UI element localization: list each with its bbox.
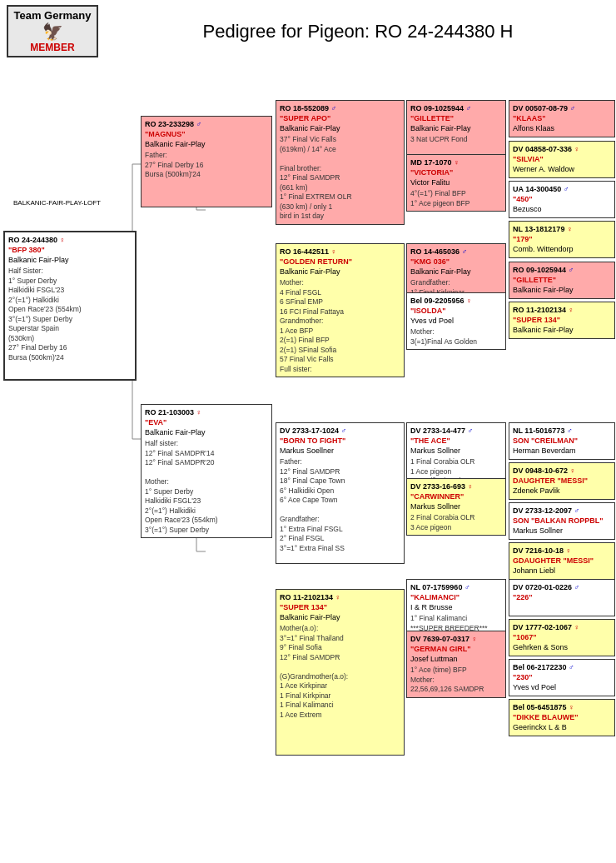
magnus-info: Father: 27° Final Derby 16 Bursa (500km)… bbox=[145, 151, 268, 179]
card-golden-return: RO 16-442511 ♀ "GOLDEN RETURN" Balkanic … bbox=[276, 243, 405, 377]
super134-left-info: Mother(a.o): 3°=1° Final Thailand 9° Fin… bbox=[280, 624, 400, 720]
dikke-blauwe-name: "DIKKE BLAUWE" bbox=[513, 712, 611, 722]
golden-return-loft: Balkanic Fair-Play bbox=[280, 267, 400, 277]
gillette-right-name: "GILLETTE" bbox=[513, 275, 611, 285]
kalimanci-loft: I & R Brusse bbox=[410, 602, 502, 612]
card-son-creilman: NL 11-5016773 ♂ SON "CREILMAN" Herman Be… bbox=[509, 422, 615, 460]
silvia-loft: Werner A. Waldow bbox=[513, 164, 611, 174]
card-silvia: DV 04858-07-336 ♀ "SILVIA" Werner A. Wal… bbox=[509, 141, 615, 178]
dikke-blauwe-loft: Geerinckx L & B bbox=[513, 722, 611, 732]
eva-name: "EVA" bbox=[145, 417, 268, 427]
card-eva: RO 21-103003 ♀ "EVA" Balkanic Fair-Play … bbox=[141, 404, 272, 538]
gdaughter-messi-id: DV 7216-10-18 ♀ bbox=[513, 546, 611, 556]
born-to-fight-info: Father: 12° Final SAMDPR 18° Final Cape … bbox=[280, 457, 400, 553]
son-creilman-loft: Herman Beverdam bbox=[513, 446, 611, 456]
card-super-apo: RO 18-552089 ♂ "SUPER APO" Balkanic Fair… bbox=[276, 100, 405, 225]
card-carwinner: DV 2733-16-693 ♀ "CARWINNER" Markus Soll… bbox=[406, 478, 506, 536]
card-born-to-fight: DV 2733-17-1024 ♂ "BORN TO FIGHT" Markus… bbox=[276, 422, 405, 564]
victoria-id: MD 17-1070 ♀ bbox=[410, 157, 502, 167]
son-creilman-id: NL 11-5016773 ♂ bbox=[513, 426, 611, 436]
victoria-info: 4°(=1°) Final BFP 1° Ace pigeon BFP bbox=[410, 189, 502, 208]
super134-left-name: "SUPER 134" bbox=[280, 602, 400, 612]
kmg036-id: RO 14-465036 ♂ bbox=[410, 247, 502, 257]
eva-loft: Balkanic Fair-Play bbox=[145, 427, 268, 437]
carwinner-info: 2 Final Corabia OLR 3 Ace pigeon bbox=[410, 513, 502, 532]
card-v230: Bel 06-2172230 ♂ "230" Yves vd Poel bbox=[509, 659, 615, 696]
eva-info: Half sister: 12° Final SAMDPR'14 12° Fin… bbox=[145, 439, 268, 535]
isolda-name: "ISOLDA" bbox=[410, 306, 502, 316]
v230-loft: Yves vd Poel bbox=[513, 682, 611, 692]
son-balkan-name: SON "BALKAN ROPPBL" bbox=[513, 516, 611, 526]
super-apo-loft: Balkanic Fair-Play bbox=[280, 123, 400, 133]
magnus-id: RO 23-233298 ♂ bbox=[145, 119, 268, 129]
page-title: Pedigree for Pigeon: RO 24-244380 H bbox=[107, 21, 609, 42]
v230-name: "230" bbox=[513, 672, 611, 682]
german-girl-id: DV 7639-07-0317 ♀ bbox=[410, 634, 502, 644]
card-v450: UA 14-300450 ♂ "450" Bezusco bbox=[509, 181, 615, 218]
carwinner-loft: Markus Sollner bbox=[410, 501, 502, 511]
card-son-balkan: DV 2733-12-2097 ♂ SON "BALKAN ROPPBL" Ma… bbox=[509, 502, 615, 540]
card-german-girl: DV 7639-07-0317 ♀ "GERMAN GIRL" Josef Lu… bbox=[406, 631, 506, 698]
main-name: "BFP 380" bbox=[8, 245, 132, 255]
german-girl-loft: Josef Luttman bbox=[410, 654, 502, 664]
german-girl-info: 1° Ace (time) BFP Mother: 22,56,69,126 S… bbox=[410, 666, 502, 694]
v450-loft: Bezusco bbox=[513, 204, 611, 214]
super134-right-loft: Balkanic Fair-Play bbox=[513, 325, 611, 335]
gillette-right-id: RO 09-1025944 ♂ bbox=[513, 265, 611, 275]
isolda-id: Bel 09-2205956 ♀ bbox=[410, 296, 502, 306]
v179-name: "179" bbox=[513, 234, 611, 244]
gillette-top-name: "GILLETTE" bbox=[410, 113, 502, 123]
son-balkan-loft: Markus Sollner bbox=[513, 526, 611, 536]
card-v226: DV 0720-01-0226 ♂ "226" bbox=[509, 579, 615, 616]
golden-return-name: "GOLDEN RETURN" bbox=[280, 257, 400, 267]
card-victoria: MD 17-1070 ♀ "VICTORIA" Victor Falitu 4°… bbox=[406, 154, 506, 212]
v179-id: NL 13-1812179 ♀ bbox=[513, 224, 611, 234]
page: Team Germany 🦅 MEMBER Pedigree for Pigeo… bbox=[0, 0, 616, 863]
born-to-fight-name: "BORN TO FIGHT" bbox=[280, 436, 400, 446]
victoria-loft: Victor Falitu bbox=[410, 177, 502, 187]
son-creilman-name: SON "CREILMAN" bbox=[513, 436, 611, 446]
v226-id: DV 0720-01-0226 ♂ bbox=[513, 582, 611, 592]
card-v1067: DV 1777-02-1067 ♀ "1067" Gehrken & Sons bbox=[509, 619, 615, 656]
gdaughter-messi-name: GDAUGHTER "MESSI" bbox=[513, 556, 611, 566]
card-gillette-right: RO 09-1025944 ♂ "GILLETTE" Balkanic Fair… bbox=[509, 262, 615, 299]
daughter-messi-name: DAUGHTER "MESSI" bbox=[513, 476, 611, 486]
gillette-top-loft: Balkanic Fair-Play bbox=[410, 123, 502, 133]
card-gdaughter-messi: DV 7216-10-18 ♀ GDAUGHTER "MESSI" Johann… bbox=[509, 542, 615, 580]
golden-return-info: Mother: 4 Final FSGL 6 SFinal EMP 16 FCI… bbox=[280, 278, 400, 374]
badge-title: Team Germany bbox=[13, 9, 92, 22]
german-girl-name: "GERMAN GIRL" bbox=[410, 644, 502, 654]
klaas-id: DV 00507-08-79 ♂ bbox=[513, 103, 611, 113]
dikke-blauwe-id: Bel 05-6451875 ♀ bbox=[513, 702, 611, 712]
son-balkan-id: DV 2733-12-2097 ♂ bbox=[513, 506, 611, 516]
silvia-name: "SILVIA" bbox=[513, 154, 611, 164]
daughter-messi-id: DV 0948-10-672 ♀ bbox=[513, 466, 611, 476]
isolda-info: Mother: 3(=1)Final As Golden bbox=[410, 327, 502, 347]
eva-id: RO 21-103003 ♀ bbox=[145, 407, 268, 417]
super134-right-id: RO 11-2102134 ♀ bbox=[513, 305, 611, 315]
the-ace-name: "THE ACE" bbox=[410, 436, 502, 446]
card-dikke-blauwe: Bel 05-6451875 ♀ "DIKKE BLAUWE" Geerinck… bbox=[509, 699, 615, 736]
eagle-icon: 🦅 bbox=[13, 22, 92, 42]
v1067-id: DV 1777-02-1067 ♀ bbox=[513, 622, 611, 632]
card-magnus: RO 23-233298 ♂ "MAGNUS" Balkanic Fair-Pl… bbox=[141, 116, 272, 207]
balkanic-label: BALKANIC-FAIR-PLAY-LOFT bbox=[13, 199, 101, 207]
pedigree-container: BALKANIC-FAIR-PLAY-LOFT RO 24-244380 ♀ "… bbox=[3, 64, 613, 863]
main-id: RO 24-244380 ♀ bbox=[8, 235, 132, 245]
v230-id: Bel 06-2172230 ♂ bbox=[513, 662, 611, 672]
v1067-name: "1067" bbox=[513, 632, 611, 642]
golden-return-id: RO 16-442511 ♀ bbox=[280, 247, 400, 257]
gdaughter-messi-loft: Johann Liebl bbox=[513, 566, 611, 576]
v1067-loft: Gehrken & Sons bbox=[513, 642, 611, 652]
kalimanci-name: "KALIMANCI" bbox=[410, 592, 502, 602]
gillette-right-loft: Balkanic Fair-Play bbox=[513, 285, 611, 295]
card-daughter-messi: DV 0948-10-672 ♀ DAUGHTER "MESSI" Zdenek… bbox=[509, 462, 615, 500]
kalimanci-id: NL 07-1759960 ♂ bbox=[410, 582, 502, 592]
card-v179: NL 13-1812179 ♀ "179" Comb. Wittendorp bbox=[509, 221, 615, 258]
carwinner-id: DV 2733-16-693 ♀ bbox=[410, 481, 502, 491]
card-super134-left: RO 11-2102134 ♀ "SUPER 134" Balkanic Fai… bbox=[276, 589, 405, 756]
born-to-fight-id: DV 2733-17-1024 ♂ bbox=[280, 426, 400, 436]
daughter-messi-loft: Zdenek Pavlik bbox=[513, 486, 611, 496]
card-kalimanci: NL 07-1759960 ♂ "KALIMANCI" I & R Brusse… bbox=[406, 579, 506, 636]
isolda-loft: Yves vd Poel bbox=[410, 316, 502, 326]
